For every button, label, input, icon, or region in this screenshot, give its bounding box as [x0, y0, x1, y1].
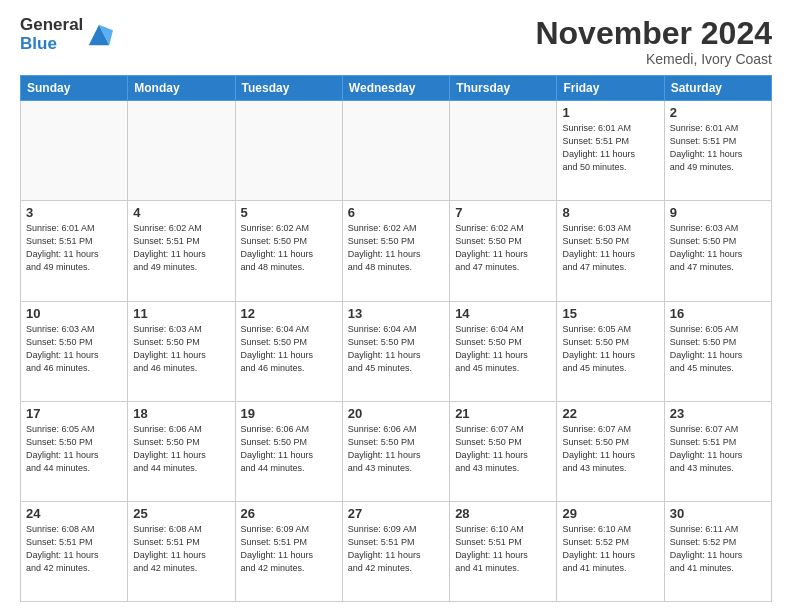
calendar-header-tuesday: Tuesday	[235, 76, 342, 101]
calendar-cell: 14Sunrise: 6:04 AM Sunset: 5:50 PM Dayli…	[450, 301, 557, 401]
day-number: 4	[133, 205, 229, 220]
calendar-cell: 8Sunrise: 6:03 AM Sunset: 5:50 PM Daylig…	[557, 201, 664, 301]
day-number: 19	[241, 406, 337, 421]
calendar-cell: 2Sunrise: 6:01 AM Sunset: 5:51 PM Daylig…	[664, 101, 771, 201]
calendar-cell: 6Sunrise: 6:02 AM Sunset: 5:50 PM Daylig…	[342, 201, 449, 301]
day-info: Sunrise: 6:07 AM Sunset: 5:51 PM Dayligh…	[670, 423, 766, 475]
calendar-header-thursday: Thursday	[450, 76, 557, 101]
calendar-header-monday: Monday	[128, 76, 235, 101]
day-info: Sunrise: 6:02 AM Sunset: 5:51 PM Dayligh…	[133, 222, 229, 274]
page: General Blue November 2024 Kemedi, Ivory…	[0, 0, 792, 612]
day-number: 27	[348, 506, 444, 521]
day-number: 6	[348, 205, 444, 220]
calendar-cell: 27Sunrise: 6:09 AM Sunset: 5:51 PM Dayli…	[342, 501, 449, 601]
title-area: November 2024 Kemedi, Ivory Coast	[535, 16, 772, 67]
day-number: 25	[133, 506, 229, 521]
calendar-week-3: 17Sunrise: 6:05 AM Sunset: 5:50 PM Dayli…	[21, 401, 772, 501]
day-number: 23	[670, 406, 766, 421]
day-number: 13	[348, 306, 444, 321]
day-number: 18	[133, 406, 229, 421]
day-info: Sunrise: 6:10 AM Sunset: 5:52 PM Dayligh…	[562, 523, 658, 575]
day-info: Sunrise: 6:03 AM Sunset: 5:50 PM Dayligh…	[562, 222, 658, 274]
calendar-cell: 7Sunrise: 6:02 AM Sunset: 5:50 PM Daylig…	[450, 201, 557, 301]
calendar-cell: 20Sunrise: 6:06 AM Sunset: 5:50 PM Dayli…	[342, 401, 449, 501]
calendar-header-saturday: Saturday	[664, 76, 771, 101]
day-info: Sunrise: 6:05 AM Sunset: 5:50 PM Dayligh…	[670, 323, 766, 375]
calendar-table: SundayMondayTuesdayWednesdayThursdayFrid…	[20, 75, 772, 602]
calendar-cell	[21, 101, 128, 201]
calendar-cell: 13Sunrise: 6:04 AM Sunset: 5:50 PM Dayli…	[342, 301, 449, 401]
day-number: 12	[241, 306, 337, 321]
day-info: Sunrise: 6:02 AM Sunset: 5:50 PM Dayligh…	[455, 222, 551, 274]
day-info: Sunrise: 6:05 AM Sunset: 5:50 PM Dayligh…	[562, 323, 658, 375]
calendar-cell	[342, 101, 449, 201]
day-number: 15	[562, 306, 658, 321]
header: General Blue November 2024 Kemedi, Ivory…	[20, 16, 772, 67]
day-info: Sunrise: 6:08 AM Sunset: 5:51 PM Dayligh…	[133, 523, 229, 575]
day-number: 8	[562, 205, 658, 220]
day-info: Sunrise: 6:03 AM Sunset: 5:50 PM Dayligh…	[670, 222, 766, 274]
day-number: 9	[670, 205, 766, 220]
day-info: Sunrise: 6:01 AM Sunset: 5:51 PM Dayligh…	[26, 222, 122, 274]
logo-blue: Blue	[20, 35, 83, 54]
calendar-week-1: 3Sunrise: 6:01 AM Sunset: 5:51 PM Daylig…	[21, 201, 772, 301]
calendar-header-wednesday: Wednesday	[342, 76, 449, 101]
day-info: Sunrise: 6:02 AM Sunset: 5:50 PM Dayligh…	[241, 222, 337, 274]
day-number: 17	[26, 406, 122, 421]
day-number: 29	[562, 506, 658, 521]
day-info: Sunrise: 6:06 AM Sunset: 5:50 PM Dayligh…	[348, 423, 444, 475]
calendar-cell: 22Sunrise: 6:07 AM Sunset: 5:50 PM Dayli…	[557, 401, 664, 501]
day-number: 22	[562, 406, 658, 421]
logo: General Blue	[20, 16, 113, 53]
day-info: Sunrise: 6:02 AM Sunset: 5:50 PM Dayligh…	[348, 222, 444, 274]
day-info: Sunrise: 6:06 AM Sunset: 5:50 PM Dayligh…	[133, 423, 229, 475]
calendar-cell	[450, 101, 557, 201]
calendar-cell: 25Sunrise: 6:08 AM Sunset: 5:51 PM Dayli…	[128, 501, 235, 601]
day-number: 14	[455, 306, 551, 321]
day-number: 21	[455, 406, 551, 421]
calendar-cell: 9Sunrise: 6:03 AM Sunset: 5:50 PM Daylig…	[664, 201, 771, 301]
calendar-cell: 26Sunrise: 6:09 AM Sunset: 5:51 PM Dayli…	[235, 501, 342, 601]
logo-icon	[85, 21, 113, 49]
calendar-cell: 10Sunrise: 6:03 AM Sunset: 5:50 PM Dayli…	[21, 301, 128, 401]
day-number: 3	[26, 205, 122, 220]
calendar-cell: 17Sunrise: 6:05 AM Sunset: 5:50 PM Dayli…	[21, 401, 128, 501]
day-info: Sunrise: 6:03 AM Sunset: 5:50 PM Dayligh…	[133, 323, 229, 375]
logo-text: General Blue	[20, 16, 83, 53]
calendar-header-sunday: Sunday	[21, 76, 128, 101]
day-info: Sunrise: 6:08 AM Sunset: 5:51 PM Dayligh…	[26, 523, 122, 575]
day-number: 24	[26, 506, 122, 521]
day-info: Sunrise: 6:10 AM Sunset: 5:51 PM Dayligh…	[455, 523, 551, 575]
calendar-cell: 11Sunrise: 6:03 AM Sunset: 5:50 PM Dayli…	[128, 301, 235, 401]
calendar-cell: 23Sunrise: 6:07 AM Sunset: 5:51 PM Dayli…	[664, 401, 771, 501]
calendar-header-row: SundayMondayTuesdayWednesdayThursdayFrid…	[21, 76, 772, 101]
day-number: 5	[241, 205, 337, 220]
calendar-cell: 18Sunrise: 6:06 AM Sunset: 5:50 PM Dayli…	[128, 401, 235, 501]
calendar-cell: 4Sunrise: 6:02 AM Sunset: 5:51 PM Daylig…	[128, 201, 235, 301]
calendar-week-4: 24Sunrise: 6:08 AM Sunset: 5:51 PM Dayli…	[21, 501, 772, 601]
calendar-week-0: 1Sunrise: 6:01 AM Sunset: 5:51 PM Daylig…	[21, 101, 772, 201]
calendar-header-friday: Friday	[557, 76, 664, 101]
day-info: Sunrise: 6:05 AM Sunset: 5:50 PM Dayligh…	[26, 423, 122, 475]
calendar-cell: 3Sunrise: 6:01 AM Sunset: 5:51 PM Daylig…	[21, 201, 128, 301]
calendar-cell: 19Sunrise: 6:06 AM Sunset: 5:50 PM Dayli…	[235, 401, 342, 501]
day-info: Sunrise: 6:09 AM Sunset: 5:51 PM Dayligh…	[348, 523, 444, 575]
day-number: 28	[455, 506, 551, 521]
day-number: 16	[670, 306, 766, 321]
month-title: November 2024	[535, 16, 772, 51]
logo-general: General	[20, 16, 83, 35]
calendar-cell	[235, 101, 342, 201]
day-info: Sunrise: 6:07 AM Sunset: 5:50 PM Dayligh…	[455, 423, 551, 475]
day-number: 7	[455, 205, 551, 220]
day-info: Sunrise: 6:03 AM Sunset: 5:50 PM Dayligh…	[26, 323, 122, 375]
calendar-cell: 29Sunrise: 6:10 AM Sunset: 5:52 PM Dayli…	[557, 501, 664, 601]
calendar-cell: 28Sunrise: 6:10 AM Sunset: 5:51 PM Dayli…	[450, 501, 557, 601]
day-number: 1	[562, 105, 658, 120]
day-number: 20	[348, 406, 444, 421]
calendar-cell: 30Sunrise: 6:11 AM Sunset: 5:52 PM Dayli…	[664, 501, 771, 601]
calendar-cell: 1Sunrise: 6:01 AM Sunset: 5:51 PM Daylig…	[557, 101, 664, 201]
calendar-week-2: 10Sunrise: 6:03 AM Sunset: 5:50 PM Dayli…	[21, 301, 772, 401]
day-info: Sunrise: 6:09 AM Sunset: 5:51 PM Dayligh…	[241, 523, 337, 575]
location: Kemedi, Ivory Coast	[535, 51, 772, 67]
calendar-cell	[128, 101, 235, 201]
